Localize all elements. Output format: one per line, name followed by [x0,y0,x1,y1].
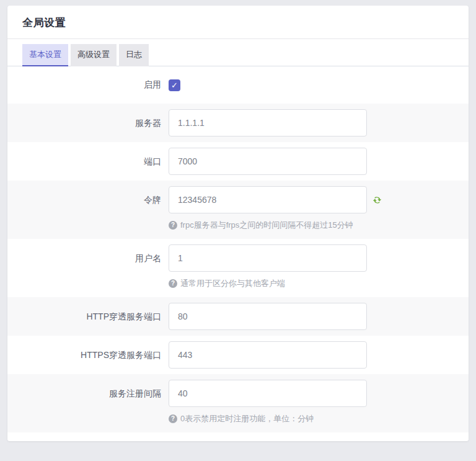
checkmark-icon: ✓ [171,81,178,90]
form-row-https-port: HTTPS穿透服务端口 [7,336,469,374]
panel-bottom-padding [7,432,469,441]
port-label: 端口 [7,148,169,175]
register-interval-help: ? 0表示禁用定时注册功能，单位：分钟 [169,413,454,427]
token-help-text: frpc服务器与frps之间的时间间隔不得超过15分钟 [180,220,353,231]
https-port-input[interactable] [169,341,367,369]
server-label: 服务器 [7,109,169,137]
username-input[interactable] [169,244,367,272]
help-question-icon: ? [169,414,177,423]
server-input[interactable] [169,109,367,137]
form-row-port: 端口 [7,142,469,181]
page-title: 全局设置 [22,16,454,30]
form-row-username: 用户名 ? 通常用于区分你与其他客户端 [7,239,469,297]
username-label: 用户名 [7,244,169,272]
help-question-icon: ? [169,279,177,288]
tab-bar: 基本设置 高级设置 日志 [7,39,469,66]
panel-header: 全局设置 [7,6,469,39]
https-port-label: HTTPS穿透服务端口 [7,341,169,369]
port-input[interactable] [169,148,367,175]
token-help: ? frpc服务器与frps之间的时间间隔不得超过15分钟 [169,220,454,233]
username-help-text: 通常用于区分你与其他客户端 [180,278,285,289]
tab-basic-settings[interactable]: 基本设置 [22,44,68,66]
tab-advanced-settings[interactable]: 高级设置 [71,44,117,66]
enable-label: 启用 [7,79,169,91]
global-settings-panel: 全局设置 基本设置 高级设置 日志 启用 ✓ 服务器 端口 [7,6,469,441]
token-label: 令牌 [7,186,169,213]
tab-log[interactable]: 日志 [119,44,149,66]
refresh-token-icon[interactable] [372,195,382,205]
register-interval-help-text: 0表示禁用定时注册功能，单位：分钟 [180,413,314,424]
form-row-http-port: HTTP穿透服务端口 [7,297,469,336]
http-port-label: HTTP穿透服务端口 [7,303,169,330]
username-help: ? 通常用于区分你与其他客户端 [169,278,454,292]
enable-checkbox[interactable]: ✓ [169,79,180,91]
http-port-input[interactable] [169,303,367,330]
register-interval-input[interactable] [169,380,367,407]
form-row-token: 令牌 ? frpc服务器与frps之间的时间间隔不得超过15分钟 [7,181,469,239]
help-question-icon: ? [169,221,177,230]
register-interval-label: 服务注册间隔 [7,380,169,407]
form-row-enable: 启用 ✓ [7,66,469,104]
form-row-server: 服务器 [7,104,469,142]
token-input[interactable] [169,186,367,213]
form-row-register-interval: 服务注册间隔 ? 0表示禁用定时注册功能，单位：分钟 [7,374,469,432]
